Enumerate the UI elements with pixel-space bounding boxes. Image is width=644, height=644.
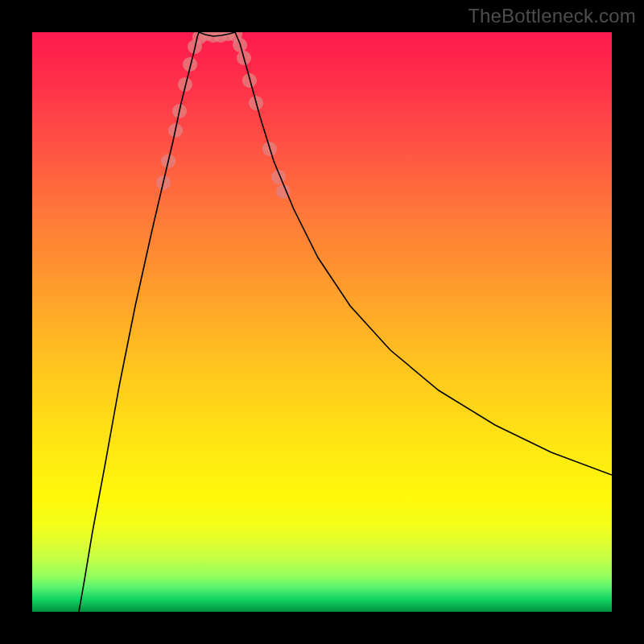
watermark-label: TheBottleneck.com [468,5,636,27]
scatter-dots [156,32,291,199]
bottleneck-curve [79,32,612,612]
chart-frame: TheBottleneck.com [0,0,644,644]
chart-svg [32,32,612,612]
plot-area [32,32,612,612]
